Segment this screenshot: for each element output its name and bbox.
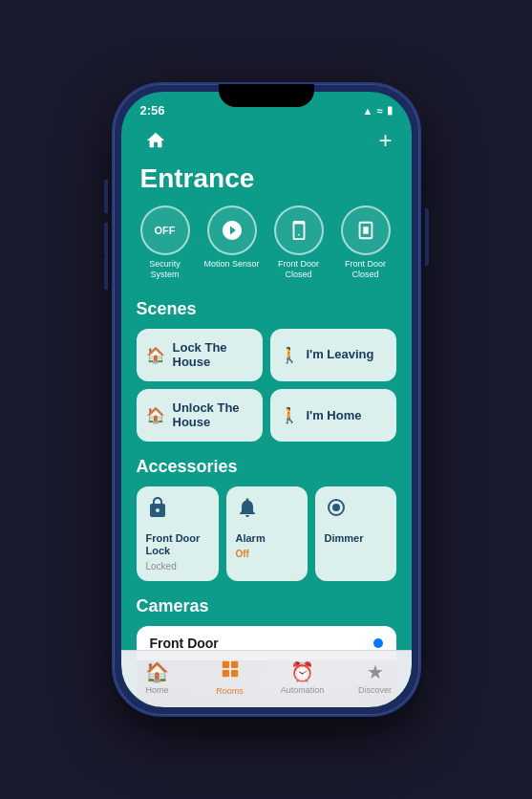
scenes-section-title: Scenes	[121, 295, 412, 329]
svg-rect-7	[230, 670, 237, 677]
svg-rect-1	[363, 227, 369, 233]
page-title: Entrance	[121, 163, 412, 205]
device-item-frontdoor1[interactable]: Front DoorClosed	[270, 205, 328, 280]
scene-lock-icon: 🏠	[146, 346, 165, 364]
status-time: 2:56	[140, 103, 165, 118]
device-item-frontdoor2[interactable]: Front DoorClosed	[337, 205, 394, 280]
scenes-grid: 🏠 Lock The House 🚶 I'm Leaving 🏠 Unlock …	[121, 329, 412, 453]
scene-lock-house[interactable]: 🏠 Lock The House	[137, 329, 263, 381]
svg-rect-6	[222, 670, 228, 677]
dimmer-name: Dimmer	[325, 532, 364, 545]
content-scroll: OFF SecuritySystem Motion Sensor	[121, 205, 412, 707]
nav-automation-icon: ⏰	[290, 660, 314, 683]
camera-name: Front Door	[150, 636, 219, 651]
devices-row: OFF SecuritySystem Motion Sensor	[121, 205, 412, 295]
svg-rect-4	[222, 661, 228, 668]
alarm-status: Off	[236, 549, 249, 559]
frontdoorlock-status: Locked	[146, 561, 177, 572]
nav-item-automation[interactable]: ⏰ Automation	[274, 660, 331, 695]
scene-unlock-label: Unlock The House	[173, 400, 253, 430]
device-item-security[interactable]: OFF SecuritySystem	[137, 205, 194, 280]
nav-home-label: Home	[145, 685, 168, 695]
accessory-dimmer[interactable]: Dimmer	[315, 486, 396, 581]
nav-rooms-label: Rooms	[216, 686, 244, 696]
device-item-motion[interactable]: Motion Sensor	[203, 205, 261, 280]
device-label-frontdoor1: Front DoorClosed	[278, 259, 319, 280]
accessories-section-title: Accessories	[121, 453, 412, 486]
scene-home-label: I'm Home	[307, 408, 362, 423]
bottom-nav: 🏠 Home Rooms ⏰ Automation	[121, 650, 412, 707]
svg-rect-5	[230, 661, 237, 668]
home-button[interactable]	[140, 125, 171, 156]
device-circle-motion	[207, 205, 257, 255]
nav-rooms-icon	[220, 659, 241, 684]
scene-home[interactable]: 🚶 I'm Home	[270, 389, 396, 442]
accessory-frontdoorlock[interactable]: Front Door Lock Locked	[137, 486, 219, 581]
notch	[219, 84, 314, 107]
alarm-icon	[236, 496, 259, 525]
accessories-grid: Front Door Lock Locked Alarm Off	[121, 486, 412, 593]
lock-icon	[146, 496, 169, 525]
nav-item-rooms[interactable]: Rooms	[202, 659, 259, 696]
phone-outer: 2:56 ▲ ≈ ▮ + Entrance	[114, 84, 419, 715]
phone-screen: 2:56 ▲ ≈ ▮ + Entrance	[121, 92, 412, 707]
nav-item-discover[interactable]: ★ Discover	[347, 660, 404, 695]
scene-leaving-icon: 🚶	[280, 346, 299, 364]
status-icons: ▲ ≈ ▮	[363, 104, 393, 117]
device-label-security: SecuritySystem	[149, 259, 181, 280]
app-header: +	[121, 121, 412, 163]
scene-unlock-icon: 🏠	[146, 406, 165, 424]
add-button[interactable]: +	[378, 129, 392, 152]
device-circle-frontdoor2	[341, 205, 391, 255]
svg-point-3	[332, 504, 340, 511]
accessory-alarm[interactable]: Alarm Off	[226, 486, 308, 581]
dimmer-icon	[325, 496, 348, 525]
device-circle-security: OFF	[140, 205, 190, 255]
nav-automation-label: Automation	[281, 685, 325, 695]
device-circle-frontdoor1	[274, 205, 324, 255]
scene-leaving-label: I'm Leaving	[307, 347, 374, 362]
battery-icon: ▮	[387, 104, 393, 117]
scene-lock-label: Lock The House	[173, 340, 253, 370]
camera-live-dot	[373, 638, 383, 648]
nav-discover-icon: ★	[367, 660, 384, 683]
scene-unlock-house[interactable]: 🏠 Unlock The House	[137, 389, 263, 442]
nav-discover-label: Discover	[358, 685, 392, 695]
frontdoorlock-name: Front Door Lock	[146, 532, 209, 557]
scene-home-icon: 🚶	[280, 406, 299, 424]
nav-home-icon: 🏠	[145, 660, 169, 683]
device-label-frontdoor2: Front DoorClosed	[345, 259, 386, 280]
alarm-name: Alarm	[236, 532, 266, 545]
nav-item-home[interactable]: 🏠 Home	[129, 660, 186, 695]
cameras-section-title: Cameras	[121, 593, 412, 626]
device-label-motion: Motion Sensor	[203, 259, 259, 270]
scene-leaving[interactable]: 🚶 I'm Leaving	[270, 329, 396, 381]
signal-icon: ▲	[363, 105, 373, 117]
wifi-icon: ≈	[376, 105, 382, 117]
